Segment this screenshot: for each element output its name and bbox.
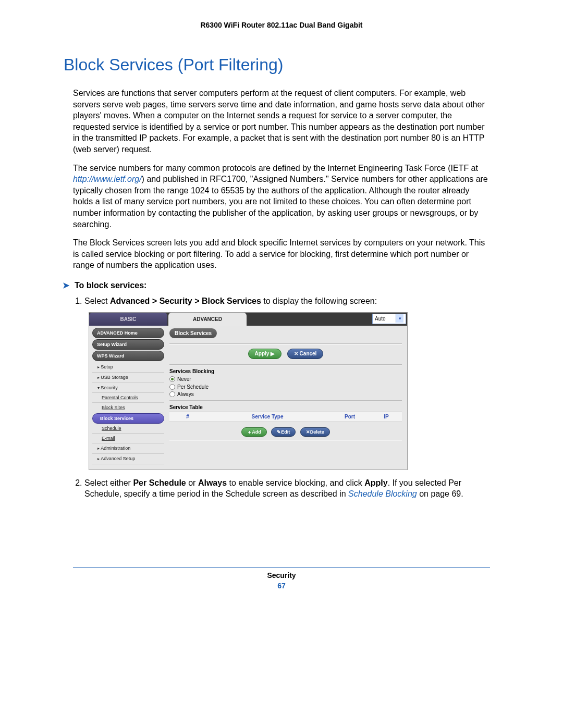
main-panel: Block Services Apply ▶ ✕Cancel Services … xyxy=(167,326,407,470)
section-title: Block Services (Port Filtering) xyxy=(64,55,490,75)
col-port: Port xyxy=(329,413,371,421)
chevron-right-icon: ➤ xyxy=(63,281,69,290)
sidebar-sub-block-services[interactable]: Block Services xyxy=(92,413,164,424)
service-table-header: # Service Type Port IP xyxy=(169,412,402,422)
divider xyxy=(169,364,402,365)
sidebar-item-security[interactable]: Security xyxy=(92,383,164,393)
tab-advanced[interactable]: ADVANCED xyxy=(168,313,247,326)
sidebar-item-advanced-home[interactable]: ADVANCED Home xyxy=(92,328,164,338)
close-icon: ✕ xyxy=(294,351,298,356)
footer-rule xyxy=(73,567,490,568)
step2-text-a: Select either xyxy=(84,478,133,487)
procedure-heading-text: To block services: xyxy=(75,281,146,290)
sidebar-item-setup[interactable]: Setup xyxy=(92,362,164,373)
sidebar: ADVANCED Home Setup Wizard WPS Wizard Se… xyxy=(89,326,167,470)
radio-never[interactable]: Never xyxy=(169,376,402,383)
radio-off-icon xyxy=(169,391,175,397)
paragraph-2: The service numbers for many common prot… xyxy=(73,163,490,230)
paragraph-1: Services are functions that server compu… xyxy=(73,88,490,155)
step1-text-a: Select xyxy=(84,297,110,305)
divider xyxy=(169,343,402,344)
cancel-label: Cancel xyxy=(300,351,317,356)
sidebar-item-setup-wizard[interactable]: Setup Wizard xyxy=(92,339,164,350)
radio-always-label: Always xyxy=(177,391,194,398)
edit-button[interactable]: ✎Edit xyxy=(271,427,296,437)
footer-page-number: 67 xyxy=(73,582,490,590)
apply-button[interactable]: Apply ▶ xyxy=(248,349,282,359)
chevron-down-icon: ▾ xyxy=(396,314,403,323)
step-2: Select either Per Schedule or Always to … xyxy=(84,477,490,500)
tab-basic[interactable]: BASIC xyxy=(89,313,167,326)
step-1: Select Advanced > Security > Block Servi… xyxy=(84,295,490,470)
sidebar-item-wps-wizard[interactable]: WPS Wizard xyxy=(92,351,164,361)
step2-always: Always xyxy=(198,478,227,487)
edit-label: Edit xyxy=(281,429,290,435)
radio-never-label: Never xyxy=(177,376,191,383)
plus-icon: ＋ xyxy=(247,429,252,435)
sidebar-sub-block-sites[interactable]: Block Sites xyxy=(92,403,164,413)
radio-always[interactable]: Always xyxy=(169,391,402,398)
sidebar-item-usb-storage[interactable]: USB Storage xyxy=(92,373,164,383)
delete-button[interactable]: ✕Delete xyxy=(300,427,330,437)
radio-per-schedule[interactable]: Per Schedule xyxy=(169,384,402,391)
schedule-blocking-link[interactable]: Schedule Blocking xyxy=(348,489,417,498)
delete-label: Delete xyxy=(310,429,324,435)
col-service-type: Service Type xyxy=(206,413,329,421)
radio-per-schedule-label: Per Schedule xyxy=(177,384,209,391)
step2-or: or xyxy=(186,478,198,487)
paragraph-3: The Block Services screen lets you add a… xyxy=(73,237,490,271)
sidebar-sub-email[interactable]: E-mail xyxy=(92,434,164,443)
language-value: Auto xyxy=(375,314,386,324)
panel-title: Block Services xyxy=(169,328,217,339)
close-icon: ✕ xyxy=(306,429,310,435)
step2-apply: Apply xyxy=(364,478,387,487)
doc-header: R6300 WiFi Router 802.11ac Dual Band Gig… xyxy=(73,21,490,29)
sidebar-sub-schedule[interactable]: Schedule xyxy=(92,424,164,434)
procedure-heading: ➤To block services: xyxy=(63,280,490,290)
step2-text-c: to enable service blocking, and click xyxy=(227,478,364,487)
sidebar-item-advanced-setup[interactable]: Advanced Setup xyxy=(92,454,164,464)
services-blocking-heading: Services Blocking xyxy=(169,368,402,375)
add-button[interactable]: ＋Add xyxy=(241,427,267,437)
add-label: Add xyxy=(252,429,261,435)
radio-off-icon xyxy=(169,384,175,390)
footer-section: Security xyxy=(73,571,490,579)
ietf-link[interactable]: http://www.ietf.org/ xyxy=(73,175,142,183)
step2-text-e: on page 69. xyxy=(417,489,463,498)
paragraph-2a: The service numbers for many common prot… xyxy=(73,164,478,172)
step2-per-schedule: Per Schedule xyxy=(133,478,186,487)
col-ip: IP xyxy=(371,413,402,421)
apply-label: Apply xyxy=(255,351,270,356)
divider xyxy=(169,440,402,440)
sidebar-item-administration[interactable]: Administration xyxy=(92,443,164,454)
router-ui-screenshot: BASIC ADVANCED Auto ▾ ADVANCED Home Setu… xyxy=(89,312,408,470)
language-select[interactable]: Auto ▾ xyxy=(372,314,406,324)
radio-on-icon xyxy=(169,376,175,382)
sidebar-sub-parental-controls[interactable]: Parental Controls xyxy=(92,393,164,403)
cancel-button[interactable]: ✕Cancel xyxy=(287,349,324,359)
divider xyxy=(169,400,402,401)
step1-text-b: to display the following screen: xyxy=(261,297,377,305)
top-tab-bar: BASIC ADVANCED Auto ▾ xyxy=(89,313,407,326)
col-number: # xyxy=(169,413,206,421)
service-table-heading: Service Table xyxy=(169,404,402,411)
step1-nav-path: Advanced > Security > Block Services xyxy=(110,297,261,305)
